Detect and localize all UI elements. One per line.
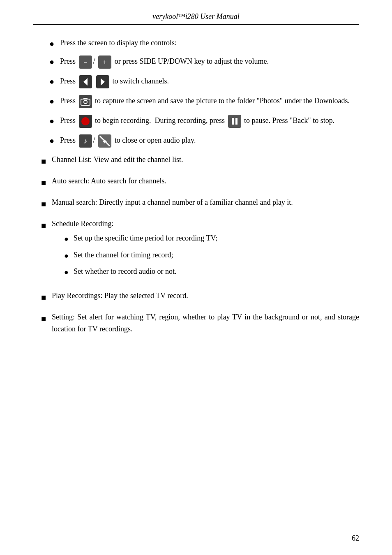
pause-icon [228, 114, 242, 128]
main-content: ● Press the screen to display the contro… [33, 37, 359, 335]
list-item: ● Press ♪ / ♪ to close or open audio pla… [49, 134, 359, 148]
list-item: ● Press the screen to display the contro… [49, 37, 359, 49]
bullet-dot: ● [49, 76, 54, 87]
header-title: verykool™i280 User Manual [152, 12, 240, 21]
list-item: ● Set the channel for timing record; [64, 249, 359, 262]
svg-rect-11 [83, 98, 88, 99]
nested-bullet-dot: ● [64, 250, 69, 262]
audio-on-icon: ♪ [78, 134, 92, 148]
nested-bullet-list: ● Set up the specific time period for re… [52, 232, 359, 278]
bullet-dot: ● [49, 38, 54, 49]
bullet-text: Press to switch channels. [60, 75, 359, 89]
record-icon [78, 114, 92, 128]
svg-rect-16 [235, 118, 238, 125]
list-item: ■ Manual search: Directly input a channe… [41, 197, 359, 210]
list-item: ■ Schedule Recording: ● Set up the speci… [41, 218, 359, 282]
list-item: ■ Channel List: View and edit the channe… [41, 154, 359, 168]
bullet-dot: ● [49, 95, 54, 107]
channel-next-icon [96, 75, 110, 89]
square-dot: ■ [41, 219, 46, 232]
list-item: ● Press − / + or press SIDE UP/DOWN key … [49, 55, 359, 69]
square-text: Auto search: Auto search for channels. [52, 175, 359, 187]
square-text: Channel List: View and edit the channel … [52, 154, 359, 166]
square-text: Play Recordings: Play the selected TV re… [52, 290, 359, 302]
bullet-text: Press to begin recording. During recordi… [60, 114, 359, 128]
square-text: Schedule Recording: ● Set up the specifi… [52, 218, 359, 282]
nested-bullet-text: Set whether to record audio or not. [74, 266, 359, 278]
nested-bullet-text: Set the channel for timing record; [74, 249, 359, 261]
bullet-dot: ● [49, 115, 54, 127]
volume-down-icon: − [78, 55, 92, 69]
bullet-text: Press ♪ / ♪ to close or open audio play. [60, 134, 359, 148]
list-item: ● Set whether to record audio or not. [64, 266, 359, 278]
list-item: ● Press to begin recording. During recor… [49, 114, 359, 128]
list-item: ● Press to switch channels. [49, 75, 359, 89]
square-text: Manual search: Directly input a channel … [52, 197, 359, 208]
list-item: ● Set up the specific time period for re… [64, 232, 359, 245]
square-dot: ■ [41, 155, 46, 168]
bullet-dot: ● [49, 135, 54, 146]
svg-text:♪: ♪ [83, 137, 87, 145]
list-item: ■ Auto search: Auto search for channels. [41, 175, 359, 189]
bullet-dot: ● [49, 56, 54, 67]
square-dot: ■ [41, 312, 46, 325]
audio-off-icon: ♪ [98, 134, 112, 148]
nested-bullet-dot: ● [64, 266, 69, 278]
page-number: 62 [352, 534, 359, 543]
bullet-text: Press the screen to display the controls… [60, 37, 359, 49]
square-dot: ■ [41, 291, 46, 304]
square-list: ■ Channel List: View and edit the channe… [33, 154, 359, 335]
svg-rect-14 [228, 115, 241, 128]
square-dot: ■ [41, 197, 46, 210]
list-item: ■ Play Recordings: Play the selected TV … [41, 290, 359, 304]
bullet-text: Press to capture the screen and save the… [60, 95, 359, 109]
bullet-list: ● Press the screen to display the contro… [33, 37, 359, 148]
svg-point-13 [81, 117, 90, 125]
volume-up-icon: + [98, 55, 112, 69]
list-item: ● Press to capture the screen and save t… [49, 95, 359, 109]
nested-bullet-dot: ● [64, 233, 69, 245]
nested-bullet-text: Set up the specific time period for reco… [74, 232, 359, 244]
square-text: Setting: Set alert for watching TV, regi… [52, 311, 359, 335]
channel-prev-icon [78, 75, 92, 89]
page-header: verykool™i280 User Manual [33, 12, 359, 25]
svg-text:+: + [103, 59, 107, 66]
page-container: verykool™i280 User Manual ● Press the sc… [0, 0, 392, 555]
bullet-text: Press − / + or press SIDE UP/DOWN key to… [60, 55, 359, 69]
camera-icon [78, 95, 92, 109]
list-item: ■ Setting: Set alert for watching TV, re… [41, 311, 359, 335]
svg-text:−: − [83, 59, 87, 66]
svg-rect-15 [232, 118, 234, 125]
square-dot: ■ [41, 176, 46, 189]
